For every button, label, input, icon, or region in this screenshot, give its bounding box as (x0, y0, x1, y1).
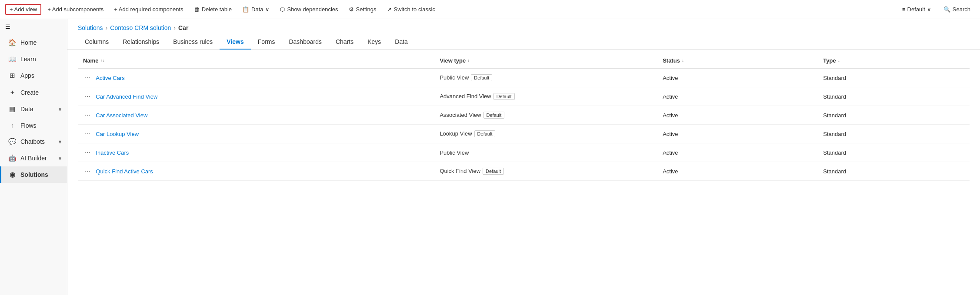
row-more-button[interactable]: ··· (83, 129, 92, 139)
row-type: Standard (818, 162, 970, 181)
row-status: Active (657, 125, 818, 143)
expand-icon: ∨ (58, 106, 62, 112)
sidebar-item-solutions[interactable]: ◉ Solutions (0, 166, 67, 183)
row-type: Standard (818, 106, 970, 125)
hamburger-icon: ☰ (5, 23, 10, 30)
tab-dashboards[interactable]: Dashboards (282, 35, 329, 50)
data-nav-icon: ▦ (8, 105, 16, 113)
data-icon: 📋 (242, 6, 249, 13)
breadcrumb-crm-solution[interactable]: Contoso CRM solution (110, 24, 171, 31)
sidebar-item-apps[interactable]: ⊞ Apps (0, 67, 67, 84)
th-status[interactable]: Status ↓ (657, 53, 818, 69)
default-badge: Default (483, 168, 504, 175)
row-name-link[interactable]: Car Lookup View (96, 131, 139, 137)
search-button[interactable]: 🔍 Search (939, 4, 975, 15)
expand-icon: ∨ (58, 156, 62, 161)
row-viewtype: Public ViewDefault (434, 69, 657, 87)
row-viewtype: Associated ViewDefault (434, 106, 657, 125)
th-name[interactable]: Name ↑↓ (78, 53, 434, 69)
tab-columns[interactable]: Columns (78, 35, 116, 50)
row-viewtype: Lookup ViewDefault (434, 125, 657, 143)
tab-data[interactable]: Data (388, 35, 415, 50)
switch-icon: ↗ (387, 6, 392, 13)
apps-icon: ⊞ (8, 72, 16, 80)
name-sort-icon: ↑↓ (100, 58, 104, 63)
breadcrumb-solutions[interactable]: Solutions (78, 24, 103, 31)
sidebar-item-label: Chatbots (20, 138, 45, 145)
sidebar-item-data[interactable]: ▦ Data ∨ (0, 101, 67, 117)
add-subcomponents-button[interactable]: + Add subcomponents (43, 4, 108, 15)
table-row[interactable]: ···Inactive CarsPublic ViewActiveStandar… (78, 143, 970, 162)
sidebar-item-label: Apps (20, 72, 34, 79)
row-more-button[interactable]: ··· (83, 110, 92, 120)
switch-classic-button[interactable]: ↗ Switch to classic (383, 4, 440, 15)
tab-relationships[interactable]: Relationships (116, 35, 166, 50)
sidebar-item-label: Home (20, 39, 37, 46)
add-required-components-button[interactable]: + Add required components (110, 4, 187, 15)
row-more-button[interactable]: ··· (83, 166, 92, 176)
tab-views[interactable]: Views (220, 35, 250, 50)
learn-icon: 📖 (8, 55, 16, 63)
status-sort-icon: ↓ (682, 58, 684, 63)
breadcrumb: Solutions › Contoso CRM solution › Car (67, 19, 980, 35)
sidebar-item-label: Create (20, 89, 39, 96)
row-type: Standard (818, 87, 970, 106)
breadcrumb-sep-2: › (173, 24, 176, 31)
sidebar-item-flows[interactable]: ↑ Flows (0, 117, 67, 133)
row-more-button[interactable]: ··· (83, 73, 92, 83)
toolbar-right: ≡ Default ∨ 🔍 Search (898, 4, 975, 15)
table-row[interactable]: ···Car Lookup ViewLookup ViewDefaultActi… (78, 125, 970, 143)
show-dependencies-button[interactable]: ⬡ Show dependencies (276, 4, 342, 15)
default-badge: Default (483, 112, 505, 119)
expand-icon: ∨ (58, 139, 62, 145)
add-view-button[interactable]: + Add view (5, 4, 41, 15)
type-sort-icon: ↓ (838, 58, 840, 63)
tab-forms[interactable]: Forms (251, 35, 282, 50)
row-name-link[interactable]: Car Advanced Find View (96, 93, 157, 100)
row-name-link[interactable]: Quick Find Active Cars (96, 168, 153, 175)
toolbar: + Add view + Add subcomponents + Add req… (0, 0, 980, 19)
data-button[interactable]: 📋 Data ∨ (238, 4, 274, 15)
sidebar-item-create[interactable]: ＋ Create (0, 84, 67, 101)
row-more-button[interactable]: ··· (83, 92, 92, 101)
create-icon: ＋ (8, 88, 16, 96)
sidebar-item-chatbots[interactable]: 💬 Chatbots ∨ (0, 133, 67, 150)
th-type[interactable]: Type ↓ (818, 53, 970, 69)
row-status: Active (657, 143, 818, 162)
table-row[interactable]: ···Car Associated ViewAssociated ViewDef… (78, 106, 970, 125)
search-icon: 🔍 (943, 6, 950, 13)
settings-button[interactable]: ⚙ Settings (344, 4, 381, 15)
table-body: ···Active CarsPublic ViewDefaultActiveSt… (78, 69, 970, 181)
default-badge: Default (474, 130, 496, 137)
sidebar-item-learn[interactable]: 📖 Learn (0, 51, 67, 67)
default-badge: Default (493, 93, 515, 100)
table-row[interactable]: ···Car Advanced Find ViewAdvanced Find V… (78, 87, 970, 106)
row-name-link[interactable]: Active Cars (96, 75, 124, 81)
sidebar-menu-toggle[interactable]: ☰ (0, 19, 67, 34)
table-row[interactable]: ···Active CarsPublic ViewDefaultActiveSt… (78, 69, 970, 87)
row-type: Standard (818, 69, 970, 87)
sidebar-item-label: Solutions (20, 171, 48, 178)
row-more-button[interactable]: ··· (83, 148, 92, 157)
row-name-link[interactable]: Inactive Cars (96, 149, 129, 156)
table-header: Name ↑↓ View type ↓ Stat (78, 53, 970, 69)
tab-keys[interactable]: Keys (360, 35, 388, 50)
sidebar-item-home[interactable]: 🏠 Home (0, 34, 67, 51)
sidebar-item-label: Flows (20, 122, 37, 129)
th-viewtype[interactable]: View type ↓ (434, 53, 657, 69)
row-name-link[interactable]: Car Associated View (96, 112, 147, 119)
tab-business-rules[interactable]: Business rules (166, 35, 220, 50)
row-status: Active (657, 69, 818, 87)
default-button[interactable]: ≡ Default ∨ (898, 4, 936, 15)
table-row[interactable]: ···Quick Find Active CarsQuick Find View… (78, 162, 970, 181)
row-type: Standard (818, 125, 970, 143)
delete-table-button[interactable]: 🗑 Delete table (190, 4, 236, 15)
main-layout: ☰ 🏠 Home 📖 Learn ⊞ Apps ＋ Create ▦ Data … (0, 19, 980, 295)
chevron-down-icon: ∨ (927, 6, 931, 13)
solutions-icon: ◉ (8, 171, 16, 179)
row-viewtype: Advanced Find ViewDefault (434, 87, 657, 106)
tab-charts[interactable]: Charts (329, 35, 360, 50)
breadcrumb-current: Car (178, 24, 188, 31)
row-viewtype: Public View (434, 143, 657, 162)
sidebar-item-aibuilder[interactable]: 🤖 AI Builder ∨ (0, 150, 67, 166)
